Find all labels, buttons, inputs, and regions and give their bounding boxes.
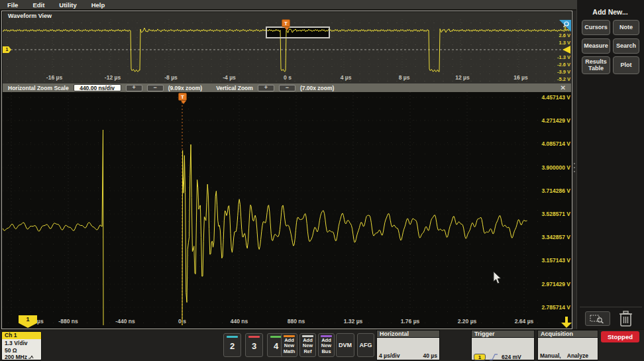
acquisition-title: Acquisition: [537, 330, 598, 337]
y-tick-label: -5.2 V: [548, 76, 570, 82]
y-tick-label: 3.342857 V: [531, 234, 570, 240]
afg-button[interactable]: AFG: [357, 333, 374, 357]
x-tick-label: -16 µs: [38, 74, 71, 81]
y-tick-label: 2.971429 V: [531, 281, 570, 287]
acquisition-panel[interactable]: Acquisition Manual, Analyze Sample: 12 b…: [537, 330, 598, 360]
y-tick-label: 3.528571 V: [531, 211, 570, 217]
trigger-title: Trigger: [471, 330, 535, 337]
trigger-level-value: 624 mV: [502, 354, 521, 361]
dvm-button[interactable]: DVM: [336, 333, 354, 357]
x-tick-label: 0 s: [271, 74, 304, 81]
zoom-close-icon[interactable]: ✕: [561, 84, 566, 91]
main-waveform-svg: [3, 92, 571, 329]
measure-button[interactable]: Measure: [582, 38, 610, 54]
menu-file[interactable]: File: [7, 1, 18, 9]
zoom-mode-icon[interactable]: [559, 20, 571, 32]
x-tick-label: 2.20 µs: [447, 318, 487, 325]
channel3-button[interactable]: 3: [245, 333, 263, 357]
y-tick-label: 3.900000 V: [531, 164, 570, 171]
x-tick-label: -8 µs: [154, 74, 188, 81]
trigger-level-arrow[interactable]: [563, 46, 570, 54]
trigger-position-marker[interactable]: T: [282, 19, 290, 27]
rising-edge-icon: [489, 354, 498, 360]
x-tick-label: 2.64 µs: [504, 318, 544, 325]
v-zoom-minus-button[interactable]: −: [279, 85, 295, 91]
y-tick-label: 2.6 V: [548, 32, 570, 38]
note-button[interactable]: Note: [613, 20, 639, 35]
h-zoom-plus-button[interactable]: +: [126, 85, 142, 91]
x-tick-label: -4 µs: [213, 74, 246, 81]
y-tick-label: 1.3 V: [548, 40, 570, 46]
y-tick-label: -1.3 V: [548, 54, 570, 60]
menu-bar: File Edit Utility Help: [0, 0, 644, 10]
add-new-ref-button[interactable]: AddNewRef: [299, 333, 316, 357]
x-tick-label: 4 µs: [329, 74, 362, 81]
h-zoom-scale-label: Horizontal Zoom Scale: [8, 85, 69, 91]
x-tick-label: 12 µs: [446, 74, 479, 81]
plot-button[interactable]: Plot: [613, 56, 639, 74]
zoomed-waveform-plot[interactable]: 4.457143 V 4.271429 V 4.085714 V 3.90000…: [3, 92, 571, 329]
y-tick-label: 4.271429 V: [531, 117, 570, 124]
acquisition-settings: Manual, Analyze Sample: 12 bits 7.293 kA…: [537, 337, 598, 360]
x-tick-label: -880 ns: [48, 318, 88, 325]
trigger-panel[interactable]: Trigger 1 624 mV: [471, 330, 535, 360]
x-tick-label: 880 ns: [276, 318, 316, 325]
h-zoom-factor: (9.09x zoom): [168, 85, 203, 91]
waveform-view: Waveform View -16 µs -12 µs -8 µs -4 µs …: [1, 11, 572, 329]
horizontal-title: Horizontal: [376, 330, 440, 337]
zoom-selection-box[interactable]: [266, 26, 330, 38]
bandwidth-icon: [28, 355, 34, 360]
mouse-cursor: [493, 272, 502, 285]
add-new-math-button[interactable]: AddNewMath: [281, 333, 297, 357]
horizontal-settings: 4 µs/div40 µs SR: 250 MS/s4 ns/pt RL: 10…: [376, 337, 440, 360]
trigger-position-marker[interactable]: T: [178, 93, 187, 101]
cursors-button[interactable]: Cursors: [582, 20, 610, 35]
v-zoom-factor: (7.00x zoom): [300, 85, 335, 91]
x-tick-label: 8 µs: [388, 74, 421, 81]
y-tick-label: 3.714286 V: [531, 187, 570, 194]
channel2-button[interactable]: 2: [223, 333, 241, 357]
channel1-name: Ch 1: [2, 332, 41, 339]
bottom-bar: Ch 1 1.3 V/div 50 Ω 200 MHz 2 3 4 AddNew…: [0, 329, 644, 361]
x-tick-label: -12 µs: [96, 74, 129, 81]
search-button[interactable]: Search: [613, 38, 639, 54]
h-zoom-minus-button[interactable]: −: [147, 85, 164, 91]
trigger-settings: 1 624 mV: [471, 337, 535, 360]
h-zoom-scale-input[interactable]: [74, 84, 121, 91]
run-stop-status-button[interactable]: Stopped: [601, 331, 639, 342]
overview-plot[interactable]: -16 µs -12 µs -8 µs -4 µs 0 s 4 µs 8 µs …: [3, 19, 571, 83]
results-table-button[interactable]: Results Table: [582, 56, 610, 74]
x-tick-label: 16 µs: [504, 74, 537, 81]
channel1-badge[interactable]: Ch 1 1.3 V/div 50 Ω 200 MHz: [1, 331, 42, 360]
channel1-settings: 1.3 V/div 50 Ω 200 MHz: [2, 339, 41, 360]
y-tick-label: -2.6 V: [548, 62, 570, 68]
trash-icon[interactable]: [618, 309, 634, 328]
horizontal-panel[interactable]: Horizontal 4 µs/div40 µs SR: 250 MS/s4 n…: [376, 330, 440, 360]
trigger-offscreen-arrow: [561, 317, 572, 328]
add-new-title: Add New...: [577, 8, 643, 16]
right-panel: Add New... Cursors Note Measure Search R…: [576, 0, 644, 361]
x-tick-label: 1.76 µs: [390, 318, 430, 325]
oscilloscope-screen: File Edit Utility Help Waveform View -16…: [0, 0, 644, 361]
y-tick-label: 3.157143 V: [531, 257, 570, 264]
v-zoom-label: Vertical Zoom: [216, 85, 253, 91]
trigger-source-badge: 1: [474, 354, 486, 360]
add-new-bus-button[interactable]: AddNewBus: [318, 333, 335, 357]
v-zoom-plus-button[interactable]: +: [258, 85, 274, 91]
channel-number: 1: [26, 316, 29, 323]
zoom-select-button[interactable]: [585, 311, 610, 326]
menu-utility[interactable]: Utility: [59, 1, 76, 9]
menu-edit[interactable]: Edit: [32, 1, 44, 9]
plot-tools: [580, 307, 642, 331]
x-tick-label: 0 s: [162, 318, 202, 325]
x-tick-label: 1.32 µs: [333, 318, 373, 325]
y-tick-label: 4.457143 V: [531, 94, 570, 101]
x-tick-label: -440 ns: [105, 318, 145, 325]
zoom-scale-bar: Horizontal Zoom Scale + − (9.09x zoom) V…: [3, 83, 571, 92]
y-tick-label: 4.085714 V: [531, 140, 570, 147]
y-tick-label: -3.9 V: [548, 69, 570, 75]
x-tick-label: 440 ns: [219, 318, 259, 325]
menu-help[interactable]: Help: [91, 1, 105, 9]
y-tick-label: 2.785714 V: [531, 304, 570, 311]
